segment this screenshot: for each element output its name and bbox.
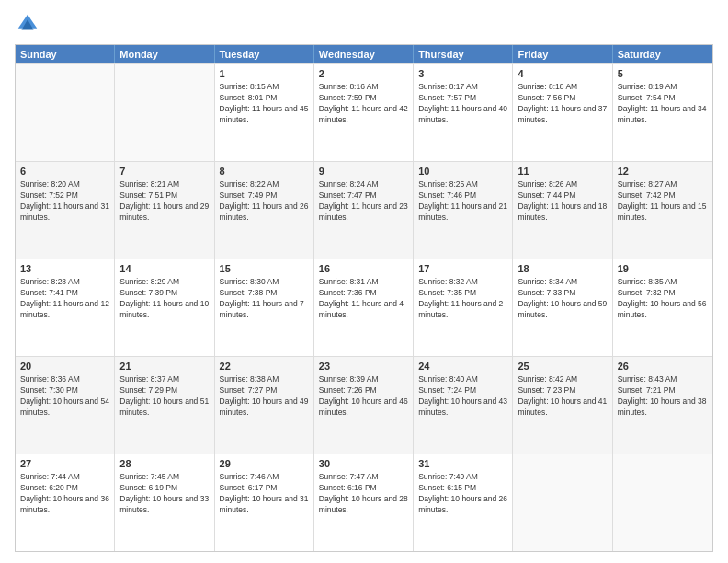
day-info-28: Sunrise: 7:45 AMSunset: 6:19 PMDaylight:… [119,472,209,516]
day-info-2: Sunrise: 8:16 AMSunset: 7:59 PMDaylight:… [319,82,408,126]
cal-cell-day-22: 22Sunrise: 8:38 AMSunset: 7:27 PMDayligh… [215,357,314,454]
header-day-tuesday: Tuesday [215,45,314,63]
cal-cell-day-17: 17Sunrise: 8:32 AMSunset: 7:35 PMDayligh… [414,259,513,356]
cal-cell-day-25: 25Sunrise: 8:42 AMSunset: 7:23 PMDayligh… [513,357,612,454]
day-info-19: Sunrise: 8:35 AMSunset: 7:32 PMDaylight:… [618,277,708,321]
calendar-body: 1Sunrise: 8:15 AMSunset: 8:01 PMDaylight… [16,63,712,551]
cal-cell-day-20: 20Sunrise: 8:36 AMSunset: 7:30 PMDayligh… [16,357,115,454]
header-day-friday: Friday [513,45,612,63]
cal-cell-day-6: 6Sunrise: 8:20 AMSunset: 7:52 PMDaylight… [16,162,115,259]
day-number-5: 5 [618,67,708,81]
day-info-14: Sunrise: 8:29 AMSunset: 7:39 PMDaylight:… [119,277,209,321]
logo-icon [15,11,40,37]
day-info-27: Sunrise: 7:44 AMSunset: 6:20 PMDaylight:… [20,472,109,516]
cal-cell-day-14: 14Sunrise: 8:29 AMSunset: 7:39 PMDayligh… [115,259,214,356]
day-info-13: Sunrise: 8:28 AMSunset: 7:41 PMDaylight:… [20,277,109,321]
day-number-22: 22 [220,360,309,373]
cal-cell-day-9: 9Sunrise: 8:24 AMSunset: 7:47 PMDaylight… [314,162,414,259]
cal-row-5: 27Sunrise: 7:44 AMSunset: 6:20 PMDayligh… [16,454,712,551]
cal-cell-empty-0-1 [115,64,214,161]
day-info-22: Sunrise: 8:38 AMSunset: 7:27 PMDaylight:… [220,374,309,419]
day-info-1: Sunrise: 8:15 AMSunset: 8:01 PMDaylight:… [220,82,309,126]
day-number-28: 28 [119,457,209,471]
day-number-21: 21 [119,360,209,373]
cal-cell-day-12: 12Sunrise: 8:27 AMSunset: 7:42 PMDayligh… [613,162,712,259]
cal-cell-day-15: 15Sunrise: 8:30 AMSunset: 7:38 PMDayligh… [215,259,314,356]
day-number-14: 14 [119,262,209,276]
cal-cell-day-30: 30Sunrise: 7:47 AMSunset: 6:16 PMDayligh… [314,454,414,551]
day-number-3: 3 [418,67,507,81]
cal-cell-day-29: 29Sunrise: 7:46 AMSunset: 6:17 PMDayligh… [215,454,314,551]
day-number-4: 4 [518,67,607,81]
day-number-20: 20 [20,360,109,373]
cal-cell-day-31: 31Sunrise: 7:49 AMSunset: 6:15 PMDayligh… [414,454,513,551]
day-info-24: Sunrise: 8:40 AMSunset: 7:24 PMDaylight:… [418,374,507,419]
cal-cell-day-28: 28Sunrise: 7:45 AMSunset: 6:19 PMDayligh… [115,454,214,551]
header-day-wednesday: Wednesday [314,45,414,63]
day-info-5: Sunrise: 8:19 AMSunset: 7:54 PMDaylight:… [618,82,708,126]
day-number-16: 16 [319,262,408,276]
cal-cell-day-23: 23Sunrise: 8:39 AMSunset: 7:26 PMDayligh… [314,357,414,454]
day-info-15: Sunrise: 8:30 AMSunset: 7:38 PMDaylight:… [220,277,309,321]
day-info-3: Sunrise: 8:17 AMSunset: 7:57 PMDaylight:… [418,82,507,126]
cal-cell-day-18: 18Sunrise: 8:34 AMSunset: 7:33 PMDayligh… [513,259,612,356]
day-number-29: 29 [220,457,309,471]
header [15,11,713,37]
day-info-12: Sunrise: 8:27 AMSunset: 7:42 PMDaylight:… [618,179,708,224]
day-number-24: 24 [418,360,507,373]
cal-cell-day-26: 26Sunrise: 8:43 AMSunset: 7:21 PMDayligh… [613,357,712,454]
day-number-15: 15 [220,262,309,276]
day-number-17: 17 [418,262,507,276]
header-day-thursday: Thursday [414,45,513,63]
cal-cell-day-7: 7Sunrise: 8:21 AMSunset: 7:51 PMDaylight… [115,162,214,259]
day-number-9: 9 [319,165,408,178]
cal-row-1: 1Sunrise: 8:15 AMSunset: 8:01 PMDaylight… [16,63,712,161]
cal-cell-day-16: 16Sunrise: 8:31 AMSunset: 7:36 PMDayligh… [314,259,414,356]
day-info-23: Sunrise: 8:39 AMSunset: 7:26 PMDaylight:… [319,374,408,419]
day-info-4: Sunrise: 8:18 AMSunset: 7:56 PMDaylight:… [518,82,607,126]
header-day-monday: Monday [115,45,214,63]
day-info-18: Sunrise: 8:34 AMSunset: 7:33 PMDaylight:… [518,277,607,321]
day-number-6: 6 [20,165,109,178]
day-number-1: 1 [220,67,309,81]
day-number-12: 12 [618,165,708,178]
day-number-31: 31 [418,457,507,471]
cal-cell-day-19: 19Sunrise: 8:35 AMSunset: 7:32 PMDayligh… [613,259,712,356]
logo [15,11,44,37]
cal-cell-day-5: 5Sunrise: 8:19 AMSunset: 7:54 PMDaylight… [613,64,712,161]
cal-cell-day-4: 4Sunrise: 8:18 AMSunset: 7:56 PMDaylight… [513,64,612,161]
day-info-11: Sunrise: 8:26 AMSunset: 7:44 PMDaylight:… [518,179,607,224]
cal-cell-day-10: 10Sunrise: 8:25 AMSunset: 7:46 PMDayligh… [414,162,513,259]
cal-cell-day-27: 27Sunrise: 7:44 AMSunset: 6:20 PMDayligh… [16,454,115,551]
calendar: SundayMondayTuesdayWednesdayThursdayFrid… [15,44,713,552]
day-info-25: Sunrise: 8:42 AMSunset: 7:23 PMDaylight:… [518,374,607,419]
cal-cell-empty-4-5 [513,454,612,551]
day-number-25: 25 [518,360,607,373]
header-day-sunday: Sunday [16,45,115,63]
cal-cell-day-21: 21Sunrise: 8:37 AMSunset: 7:29 PMDayligh… [115,357,214,454]
day-info-10: Sunrise: 8:25 AMSunset: 7:46 PMDaylight:… [418,179,507,224]
day-number-11: 11 [518,165,607,178]
cal-cell-day-13: 13Sunrise: 8:28 AMSunset: 7:41 PMDayligh… [16,259,115,356]
cal-cell-day-3: 3Sunrise: 8:17 AMSunset: 7:57 PMDaylight… [414,64,513,161]
day-info-21: Sunrise: 8:37 AMSunset: 7:29 PMDaylight:… [119,374,209,419]
header-day-saturday: Saturday [613,45,712,63]
day-info-29: Sunrise: 7:46 AMSunset: 6:17 PMDaylight:… [220,472,309,516]
day-info-26: Sunrise: 8:43 AMSunset: 7:21 PMDaylight:… [618,374,708,419]
day-number-18: 18 [518,262,607,276]
cal-cell-day-1: 1Sunrise: 8:15 AMSunset: 8:01 PMDaylight… [215,64,314,161]
day-info-30: Sunrise: 7:47 AMSunset: 6:16 PMDaylight:… [319,472,408,516]
cal-cell-day-2: 2Sunrise: 8:16 AMSunset: 7:59 PMDaylight… [314,64,414,161]
day-info-16: Sunrise: 8:31 AMSunset: 7:36 PMDaylight:… [319,277,408,321]
day-number-10: 10 [418,165,507,178]
cal-cell-day-8: 8Sunrise: 8:22 AMSunset: 7:49 PMDaylight… [215,162,314,259]
day-number-8: 8 [220,165,309,178]
day-number-27: 27 [20,457,109,471]
cal-cell-day-11: 11Sunrise: 8:26 AMSunset: 7:44 PMDayligh… [513,162,612,259]
day-info-17: Sunrise: 8:32 AMSunset: 7:35 PMDaylight:… [418,277,507,321]
cal-cell-empty-0-0 [16,64,115,161]
day-info-31: Sunrise: 7:49 AMSunset: 6:15 PMDaylight:… [418,472,507,516]
day-number-30: 30 [319,457,408,471]
day-number-7: 7 [119,165,209,178]
day-info-9: Sunrise: 8:24 AMSunset: 7:47 PMDaylight:… [319,179,408,224]
